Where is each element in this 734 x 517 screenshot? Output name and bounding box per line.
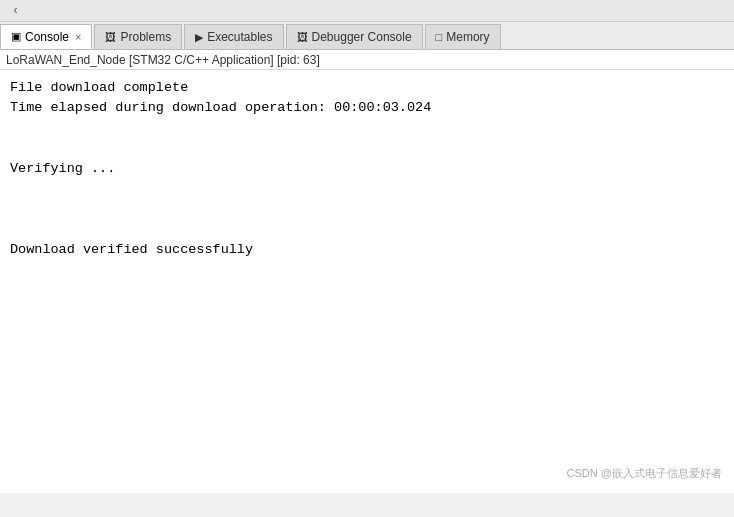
problems-tab-label: Problems	[120, 30, 171, 44]
tab-executables[interactable]: ▶ Executables	[184, 24, 283, 49]
console-line-2: Time elapsed during download operation: …	[10, 98, 724, 118]
nav-back-icon[interactable]: ‹	[8, 4, 23, 18]
console-tab-icon: ▣	[11, 30, 21, 43]
top-bar: ‹	[0, 0, 734, 22]
console-line-3: Verifying ...	[10, 159, 724, 179]
console-blank-1	[10, 119, 724, 139]
tab-debugger-console[interactable]: 🖼 Debugger Console	[286, 24, 423, 49]
tab-bar: ▣ Console × 🖼 Problems ▶ Executables 🖼 D…	[0, 22, 734, 50]
session-bar: LoRaWAN_End_Node [STM32 C/C++ Applicatio…	[0, 50, 734, 70]
memory-tab-icon: □	[436, 31, 443, 43]
tab-problems[interactable]: 🖼 Problems	[94, 24, 182, 49]
console-line-4: Download verified successfully	[10, 240, 724, 260]
console-blank-3	[10, 179, 724, 199]
watermark-text: CSDN @嵌入式电子信息爱好者	[567, 467, 722, 479]
console-blank-5	[10, 220, 724, 240]
debugger-console-tab-icon: 🖼	[297, 31, 308, 43]
watermark: CSDN @嵌入式电子信息爱好者	[567, 465, 722, 482]
memory-tab-label: Memory	[446, 30, 489, 44]
executables-tab-icon: ▶	[195, 31, 203, 44]
console-tab-close[interactable]: ×	[75, 31, 81, 43]
tab-memory[interactable]: □ Memory	[425, 24, 501, 49]
executables-tab-label: Executables	[207, 30, 272, 44]
session-text: LoRaWAN_End_Node [STM32 C/C++ Applicatio…	[6, 53, 320, 67]
console-blank-2	[10, 139, 724, 159]
problems-tab-icon: 🖼	[105, 31, 116, 43]
console-blank-4	[10, 200, 724, 220]
console-tab-label: Console	[25, 30, 69, 44]
console-line-1: File download complete	[10, 78, 724, 98]
debugger-console-tab-label: Debugger Console	[312, 30, 412, 44]
tab-console[interactable]: ▣ Console ×	[0, 24, 92, 49]
console-area: File download complete Time elapsed duri…	[0, 70, 734, 493]
